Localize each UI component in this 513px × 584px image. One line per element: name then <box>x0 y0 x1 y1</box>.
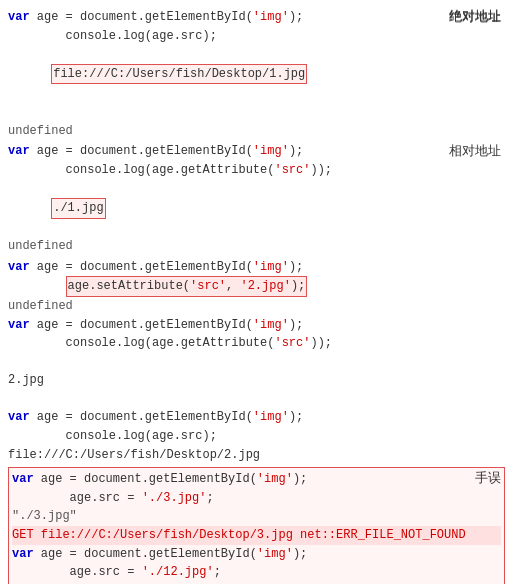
output-line: ./1.jpg <box>8 179 505 237</box>
code-line: var age = document.getElementById('img')… <box>12 470 501 489</box>
block-error: var age = document.getElementById('img')… <box>8 467 505 584</box>
block-absolute: var age = document.getElementById('img')… <box>8 8 505 140</box>
code-line: var age = document.getElementById('img')… <box>12 545 501 564</box>
block-setattr: var age = document.getElementById('img')… <box>8 258 505 465</box>
output-line: "./3.jpg" <box>12 507 501 526</box>
setattr-highlighted: age.setAttribute('src', '2.jpg'); <box>66 276 308 297</box>
undefined-output: undefined <box>8 237 505 256</box>
annotation-absolute-label: 绝对地址 <box>449 8 501 26</box>
code-line: age.setAttribute('src', '2.jpg'); <box>8 276 505 297</box>
code-line: console.log(age.src); <box>8 427 505 446</box>
undefined-output: undefined <box>8 122 505 141</box>
undefined-output: undefined <box>8 297 505 316</box>
absolute-path-output: file:///C:/Users/fish/Desktop/1.jpg <box>51 64 307 85</box>
code-line: var age = document.getElementById('img')… <box>8 258 505 277</box>
code-line: var age = document.getElementById('img')… <box>8 408 505 427</box>
code-line: age.src = './3.jpg'; <box>12 489 501 508</box>
error-line-1: GET file:///C:/Users/fish/Desktop/3.jpg … <box>12 526 501 545</box>
code-line: var age = document.getElementById('img')… <box>8 142 505 161</box>
code-line: age.src = './12.jpg'; <box>12 563 501 582</box>
output-line: file:///C:/Users/fish/Desktop/2.jpg <box>8 446 505 465</box>
annotation-relative-label: 相对地址 <box>449 142 501 160</box>
output-line: 2.jpg <box>8 371 505 390</box>
output-line: file:///C:/Users/fish/Desktop/1.jpg 绝对地址 <box>8 45 505 121</box>
blank-line <box>8 390 505 409</box>
code-line: console.log(age.src); <box>8 27 505 46</box>
code-line: console.log(age.getAttribute('src')); <box>8 161 505 180</box>
annotation-error-label: 手误 <box>475 469 501 487</box>
code-line: console.log(age.getAttribute('src')); <box>8 334 505 353</box>
code-line: var age = document.getElementById('img')… <box>8 8 505 27</box>
blank-line <box>8 353 505 372</box>
block-relative: var age = document.getElementById('img')… <box>8 142 505 256</box>
code-line: var age = document.getElementById('img')… <box>8 316 505 335</box>
error-section-box: var age = document.getElementById('img')… <box>8 467 505 584</box>
main-content: var age = document.getElementById('img')… <box>0 0 513 584</box>
relative-path-output: ./1.jpg <box>51 198 105 219</box>
